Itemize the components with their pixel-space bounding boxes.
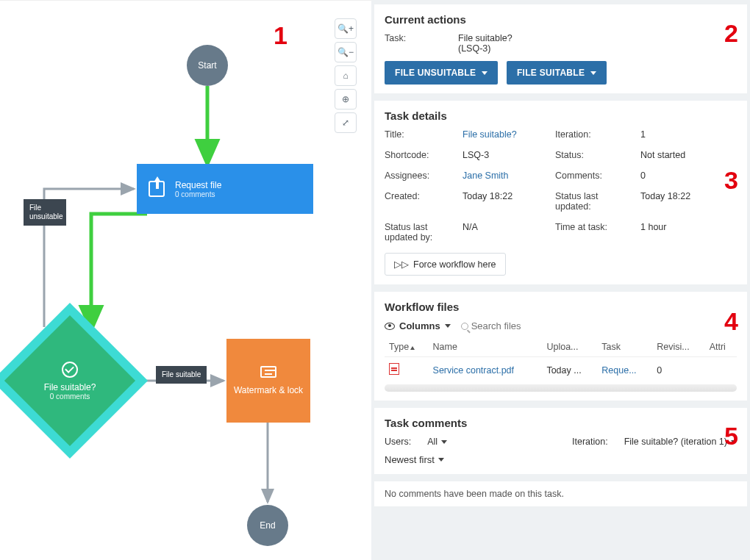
edge-label-suitable: File suitable — [156, 366, 207, 384]
zoom-fit-button[interactable]: ⤢ — [335, 112, 357, 133]
zoom-center-button[interactable]: ⊕ — [335, 89, 357, 110]
table-row[interactable]: Service contract.pdf Today ... Reque... … — [385, 357, 737, 384]
col-type[interactable]: Type — [385, 336, 429, 357]
node-decision-sub: 0 comments — [50, 392, 90, 401]
node-request-file[interactable]: Request file 0 comments — [137, 164, 313, 214]
document-icon — [260, 366, 276, 378]
workflow-canvas[interactable]: Start Request file 0 comments File suita… — [0, 0, 371, 560]
task-comments-heading: Task comments — [385, 417, 737, 429]
node-start[interactable]: Start — [187, 45, 228, 86]
node-request-label: Request file — [175, 180, 221, 190]
chevron-down-icon — [445, 324, 451, 328]
col-uploaded[interactable]: Uploa... — [542, 336, 597, 357]
node-end[interactable]: End — [247, 505, 288, 546]
current-actions-panel: Current actions Task: File suitable? (LS… — [374, 4, 747, 93]
value-status: Not started — [640, 150, 737, 160]
label-iteration: Iteration: — [555, 129, 636, 140]
file-unsuitable-button[interactable]: FILE UNSUITABLE — [385, 61, 498, 85]
chevron-down-icon — [590, 71, 596, 75]
force-workflow-button[interactable]: ▷▷ Force workflow here — [385, 253, 506, 276]
zoom-home-button[interactable]: ⌂ — [335, 65, 357, 86]
node-watermark-label: Watermark & lock — [234, 385, 303, 395]
label-status-by: Status last updated by: — [385, 222, 458, 243]
file-suitable-button[interactable]: FILE SUITABLE — [507, 61, 607, 85]
edge-label-unsuitable: File unsuitable — [24, 199, 66, 226]
file-task-link[interactable]: Reque... — [597, 357, 652, 384]
chevron-down-icon — [482, 71, 488, 75]
annotation-1: 1 — [274, 21, 288, 50]
label-assignees: Assignees: — [385, 170, 458, 181]
node-end-label: End — [260, 520, 275, 531]
label-created: Created: — [385, 191, 458, 212]
iteration-filter-value: File suitable? (iteration 1) — [624, 437, 727, 447]
force-workflow-label: Force workflow here — [413, 259, 496, 270]
workflow-files-panel: Workflow files Columns Type Name — [374, 292, 747, 401]
task-code: (LSQ-3) — [458, 43, 512, 54]
node-file-suitable-decision[interactable]: File suitable? 0 comments — [15, 326, 125, 436]
label-shortcode: Shortcode: — [385, 150, 458, 160]
node-decision-label: File suitable? — [44, 382, 96, 392]
check-icon — [62, 362, 78, 378]
col-task[interactable]: Task — [597, 336, 652, 357]
current-actions-heading: Current actions — [385, 13, 737, 26]
annotation-3: 3 — [724, 166, 738, 195]
col-revision[interactable]: Revisi... — [652, 336, 704, 357]
fast-forward-icon: ▷▷ — [394, 259, 409, 270]
task-name: File suitable? — [458, 33, 512, 43]
upload-icon — [149, 181, 165, 197]
value-assignees[interactable]: Jane Smith — [463, 170, 551, 181]
file-suitable-label: FILE SUITABLE — [517, 68, 585, 78]
node-request-sub: 0 comments — [175, 190, 221, 198]
file-name-link[interactable]: Service contract.pdf — [429, 357, 543, 384]
value-shortcode: LSQ-3 — [463, 150, 551, 160]
label-status-updated: Status last updated: — [555, 191, 636, 212]
zoom-in-button[interactable]: 🔍+ — [335, 18, 357, 39]
connectors — [0, 1, 371, 560]
files-table: Type Name Uploa... Task Revisi... Attri … — [385, 336, 737, 383]
col-attr[interactable]: Attri — [705, 336, 737, 357]
search-icon — [461, 323, 468, 330]
value-status-by: N/A — [463, 222, 551, 243]
value-status-updated: Today 18:22 — [640, 191, 737, 212]
columns-label: Columns — [399, 320, 440, 331]
col-name[interactable]: Name — [429, 336, 543, 357]
label-time-at-task: Time at task: — [555, 222, 636, 243]
task-details-heading: Task details — [385, 110, 737, 122]
target-icon: ⊕ — [342, 94, 349, 104]
value-title[interactable]: File suitable? — [463, 129, 551, 140]
details-pane: Current actions Task: File suitable? (LS… — [371, 0, 750, 560]
zoom-out-icon: 🔍− — [338, 47, 354, 57]
task-label: Task: — [385, 33, 458, 54]
iteration-filter-dropdown[interactable]: File suitable? (iteration 1) — [624, 437, 737, 447]
value-comments: 0 — [640, 170, 737, 181]
label-status: Status: — [555, 150, 636, 160]
iteration-label: Iteration: — [572, 437, 608, 447]
users-label: Users: — [385, 437, 411, 447]
horizontal-scrollbar[interactable] — [385, 384, 737, 392]
chevron-down-icon — [441, 440, 447, 444]
users-filter-value: All — [427, 437, 438, 447]
users-filter-dropdown[interactable]: All — [427, 437, 447, 447]
label-title: Title: — [385, 129, 458, 140]
home-icon: ⌂ — [343, 71, 348, 81]
columns-dropdown[interactable]: Columns — [385, 320, 451, 331]
task-comments-panel: Task comments Users: All Iteration: File… — [374, 408, 747, 474]
node-start-label: Start — [198, 60, 216, 71]
file-revision: 0 — [652, 357, 704, 384]
file-unsuitable-label: FILE UNSUITABLE — [395, 68, 476, 78]
value-time-at-task: 1 hour — [640, 222, 737, 243]
zoom-out-button[interactable]: 🔍− — [335, 42, 357, 62]
sort-asc-icon — [410, 346, 415, 350]
file-uploaded: Today ... — [542, 357, 597, 384]
search-files[interactable] — [461, 320, 560, 331]
task-details-panel: Task details Title: File suitable? Itera… — [374, 101, 747, 284]
node-watermark-lock[interactable]: Watermark & lock — [226, 339, 310, 423]
eye-icon — [385, 323, 395, 330]
zoom-toolbar: 🔍+ 🔍− ⌂ ⊕ ⤢ — [335, 18, 357, 133]
sort-value: Newest first — [385, 454, 435, 465]
pdf-icon — [389, 363, 399, 375]
sort-dropdown[interactable]: Newest first — [385, 454, 444, 465]
no-comments-message: No comments have been made on this task. — [374, 481, 747, 506]
search-input[interactable] — [471, 320, 560, 331]
fit-icon: ⤢ — [342, 118, 349, 128]
